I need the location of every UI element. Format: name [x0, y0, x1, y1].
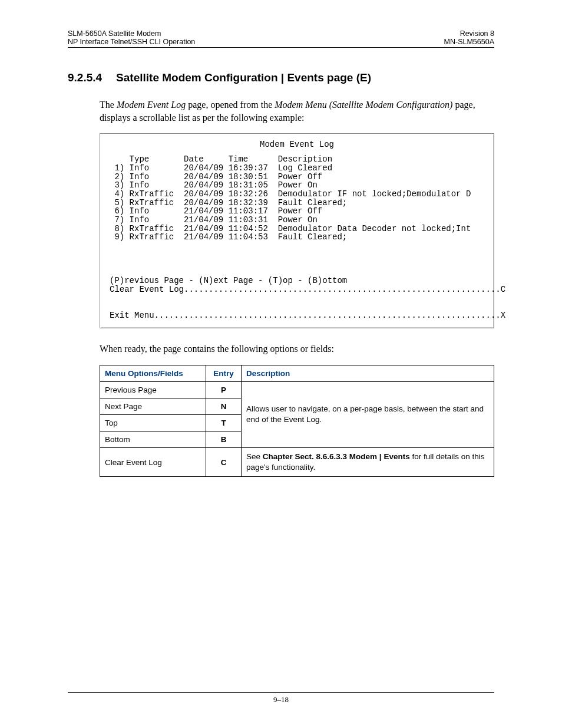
page-number: 9–18 — [273, 695, 289, 704]
section-title: Satellite Modem Configuration | Events p… — [116, 71, 371, 84]
cell-name: Next Page — [100, 398, 206, 414]
section-heading: 9.2.5.4Satellite Modem Configuration | E… — [68, 71, 494, 84]
th-name: Menu Options/Fields — [100, 365, 206, 381]
header-right-l1: Revision 8 — [460, 29, 494, 38]
terminal-clear-line: Clear Event Log.........................… — [110, 285, 505, 294]
cell-desc-clear: See Chapter Sect. 8.6.6.3.3 Modem | Even… — [242, 447, 494, 476]
table-row: Previous Page P Allows user to navigate,… — [100, 381, 494, 398]
cell-entry: C — [206, 447, 242, 476]
page-header: SLM-5650A Satellite Modem NP Interface T… — [68, 29, 494, 48]
page-footer: 9–18 — [68, 692, 494, 704]
terminal-row: 7) Info 21/04/09 11:03:31 Power On — [110, 215, 318, 225]
cell-entry: T — [206, 414, 242, 431]
cell-name: Top — [100, 414, 206, 431]
terminal-row: 3) Info 20/04/09 18:31:05 Power On — [110, 180, 318, 190]
header-left: SLM-5650A Satellite Modem NP Interface T… — [68, 29, 195, 46]
intro-ital1: Modem Event Log — [117, 100, 186, 110]
terminal-row: 8) RxTraffic 21/04/09 11:04:52 Demodulat… — [110, 224, 471, 233]
terminal-header-row: Type Date Time Description — [110, 154, 332, 164]
cell-entry: N — [206, 398, 242, 414]
cell-name: Previous Page — [100, 381, 206, 398]
table-row: Clear Event Log C See Chapter Sect. 8.6.… — [100, 447, 494, 476]
terminal-row: 9) RxTraffic 21/04/09 11:04:53 Fault Cle… — [110, 232, 347, 242]
header-left-l1: SLM-5650A Satellite Modem — [68, 29, 161, 38]
section-number: 9.2.5.4 — [68, 71, 102, 84]
terminal-row: 2) Info 20/04/09 18:30:51 Power Off — [110, 172, 322, 182]
terminal-row: 4) RxTraffic 20/04/09 18:32:26 Demodulat… — [110, 189, 471, 199]
terminal-nav-line: (P)revious Page - (N)ext Page - (T)op - … — [110, 276, 347, 285]
header-left-l2: NP Interface Telnet/SSH CLI Operation — [68, 38, 195, 46]
terminal-exit-line: Exit Menu...............................… — [110, 311, 505, 320]
terminal-row: 5) RxTraffic 20/04/09 18:32:39 Fault Cle… — [110, 198, 347, 207]
desc-bold: Chapter Sect. 8.6.6.3.3 Modem | Events — [263, 452, 410, 461]
terminal-screenshot: Modem Event Log Type Date Time Descripti… — [100, 133, 494, 328]
options-table: Menu Options/Fields Entry Description Pr… — [100, 365, 494, 477]
intro-pre: The — [100, 100, 117, 110]
header-right: Revision 8 MN-SLM5650A — [444, 29, 494, 46]
cell-entry: B — [206, 431, 242, 447]
th-entry: Entry — [206, 365, 242, 381]
cell-name: Bottom — [100, 431, 206, 447]
desc-pre: See — [246, 452, 263, 461]
terminal-body: Type Date Time Description 1) Info 20/04… — [110, 155, 484, 319]
terminal-row: 1) Info 20/04/09 16:39:37 Log Cleared — [110, 163, 332, 173]
table-header-row: Menu Options/Fields Entry Description — [100, 365, 494, 381]
th-desc: Description — [242, 365, 494, 381]
intro-mid1: page, opened from the — [186, 100, 275, 110]
after-terminal-text: When ready, the page contains the follow… — [100, 342, 494, 355]
cell-entry: P — [206, 381, 242, 398]
document-page: SLM-5650A Satellite Modem NP Interface T… — [0, 0, 562, 728]
intro-paragraph: The Modem Event Log page, opened from th… — [100, 98, 494, 124]
terminal-row: 6) Info 21/04/09 11:03:17 Power Off — [110, 206, 322, 216]
intro-ital2: Modem Menu (Satellite Modem Configuratio… — [275, 100, 452, 110]
cell-desc-nav: Allows user to navigate, on a per-page b… — [242, 381, 494, 447]
cell-name: Clear Event Log — [100, 447, 206, 476]
terminal-title: Modem Event Log — [110, 140, 484, 149]
header-right-l2: MN-SLM5650A — [444, 38, 494, 46]
